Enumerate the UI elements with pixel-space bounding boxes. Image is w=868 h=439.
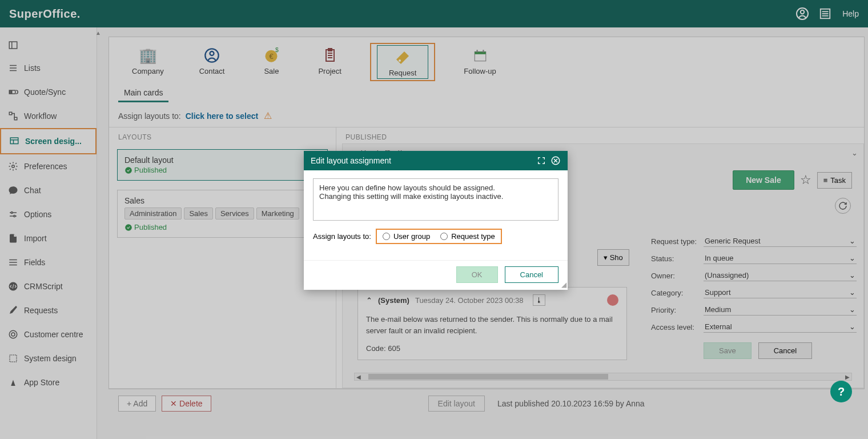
help-fab[interactable]: ? (830, 381, 852, 402)
modal-titlebar: Edit layout assignment (304, 151, 568, 170)
fullscreen-icon[interactable] (537, 156, 546, 165)
radio-user-group[interactable]: User group (383, 232, 430, 241)
modal-assign-label: Assign layouts to: (313, 232, 371, 241)
close-icon[interactable] (550, 155, 561, 166)
edit-layout-assignment-modal: Edit layout assignment Here you can defi… (304, 151, 568, 290)
modal-message-box: Here you can define how layouts should b… (313, 178, 558, 221)
radio-group-highlight: User group Request type (376, 229, 502, 244)
radio-request-type[interactable]: Request type (440, 232, 495, 241)
modal-cancel-button[interactable]: Cancel (505, 266, 558, 283)
modal-ok-button[interactable]: OK (456, 266, 498, 283)
